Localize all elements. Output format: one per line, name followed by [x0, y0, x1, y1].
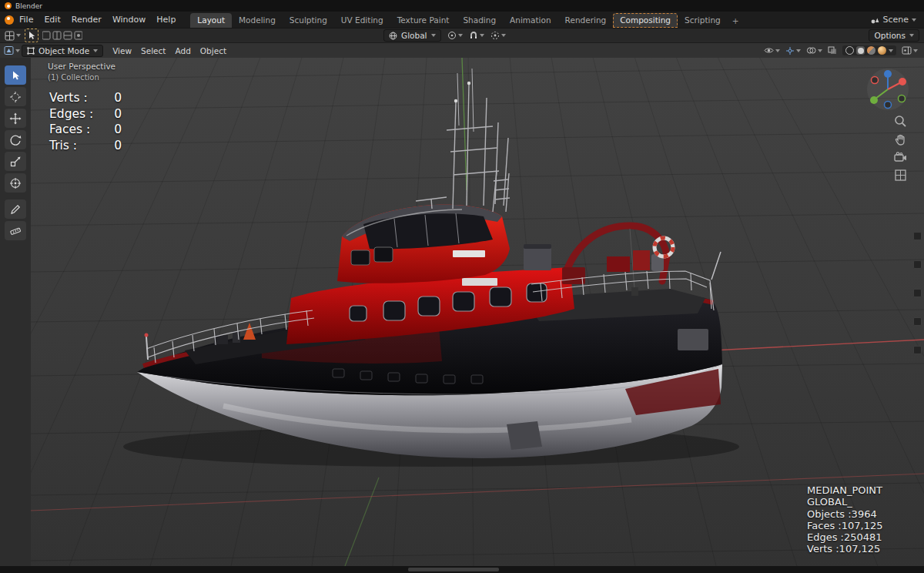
tool-measure-button[interactable]: [5, 221, 26, 240]
stat-tris: Tris :0: [49, 138, 122, 154]
right-rail-icon[interactable]: [913, 260, 922, 269]
menu-help[interactable]: Help: [151, 13, 181, 26]
shading-options-chevron[interactable]: [889, 49, 893, 52]
gizmo-icon: [785, 46, 795, 55]
chevron-down-icon: [16, 34, 21, 37]
toolbar: [0, 58, 31, 566]
tab-shading[interactable]: Shading: [456, 13, 503, 28]
pan-button[interactable]: [894, 133, 907, 146]
tab-compositing[interactable]: Compositing: [613, 13, 678, 28]
shading-solid-icon[interactable]: [856, 46, 865, 55]
view-toggle-group[interactable]: [42, 31, 82, 40]
tab-uv-editing[interactable]: UV Editing: [334, 13, 390, 28]
orientation-label: Global: [401, 31, 427, 40]
workspace-tabs: Layout Modeling Sculpting UV Editing Tex…: [190, 12, 743, 28]
chevron-down-icon: [909, 34, 914, 37]
tab-sculpting[interactable]: Sculpting: [283, 13, 334, 28]
viewport-header: Object Mode View Select Add Object: [0, 42, 924, 58]
viewport-3d[interactable]: User Perspective (1) Collection Verts :0…: [31, 58, 924, 566]
scene-selector[interactable]: Scene: [870, 15, 919, 25]
menu-file[interactable]: File: [14, 13, 38, 26]
collection-label: (1) Collection: [48, 73, 99, 82]
tool-tweak-button[interactable]: [5, 65, 26, 85]
verts-count: Verts :107,125: [807, 543, 882, 555]
overlays-icon: [806, 46, 816, 55]
transform-icon: [9, 177, 22, 189]
chevron-down-icon: [913, 49, 918, 52]
add-workspace-button[interactable]: +: [728, 14, 744, 28]
shading-wireframe-icon[interactable]: [845, 46, 854, 55]
right-rail-icon[interactable]: [913, 232, 922, 240]
menu-view[interactable]: View: [108, 45, 136, 57]
zoom-button[interactable]: [894, 115, 907, 128]
view-perspective-label: User Perspective: [48, 62, 116, 71]
toggle-xray-button[interactable]: [828, 46, 837, 55]
faces-count: Faces :107,125: [807, 520, 882, 531]
axis-gizmo-icon: [865, 67, 910, 112]
sidebar-icon: [902, 46, 912, 55]
navigation-gizmo[interactable]: [865, 67, 910, 112]
camera-view-button[interactable]: [894, 152, 907, 163]
chevron-down-icon: [15, 49, 20, 52]
boat-model[interactable]: [123, 69, 739, 467]
measure-ruler-icon: [9, 225, 22, 237]
show-gizmos-dropdown[interactable]: [785, 46, 801, 55]
right-rail-icon[interactable]: [913, 346, 922, 354]
tool-scale-button[interactable]: [5, 152, 26, 171]
tool-rotate-button[interactable]: [5, 130, 26, 149]
proportional-editing-dropdown[interactable]: [490, 31, 506, 40]
tab-texture-paint[interactable]: Texture Paint: [390, 13, 457, 28]
tab-rendering[interactable]: Rendering: [558, 13, 614, 28]
tab-animation[interactable]: Animation: [503, 13, 558, 28]
menu-object[interactable]: Object: [196, 45, 231, 57]
active-tool-icon[interactable]: [25, 29, 38, 42]
status-bar: [0, 566, 924, 573]
tool-annotate-button[interactable]: [5, 199, 26, 219]
main-area: User Perspective (1) Collection Verts :0…: [0, 58, 924, 566]
scene-canvas: [31, 58, 924, 566]
menu-select[interactable]: Select: [136, 45, 170, 57]
tab-scripting[interactable]: Scripting: [678, 13, 728, 28]
viewport-editor-icon: [4, 45, 14, 55]
shading-rendered-icon[interactable]: [878, 46, 886, 55]
pivot-point-dropdown[interactable]: [447, 31, 463, 40]
options-dropdown[interactable]: Options: [869, 29, 919, 42]
snapping-toggle[interactable]: [469, 31, 484, 40]
tool-cursor-button[interactable]: [5, 87, 26, 106]
tool-move-button[interactable]: [5, 109, 26, 128]
chevron-down-icon: [775, 49, 780, 52]
object-visibility-dropdown[interactable]: [764, 46, 780, 55]
show-overlays-dropdown[interactable]: [806, 46, 822, 55]
toggle-ortho-button[interactable]: [894, 169, 907, 182]
transform-orientation-dropdown[interactable]: Global: [383, 29, 441, 42]
annotate-pencil-icon: [9, 203, 22, 216]
editor-type-dropdown[interactable]: [5, 31, 21, 41]
visibility-icon: [764, 46, 774, 55]
chevron-down-icon: [458, 34, 463, 37]
blender-logo-icon[interactable]: [5, 15, 14, 25]
editor-type-selector[interactable]: [4, 45, 20, 55]
chevron-down-icon: [501, 34, 506, 37]
scene-icon: [870, 15, 879, 25]
tab-layout[interactable]: Layout: [190, 13, 232, 28]
menu-window[interactable]: Window: [107, 13, 151, 26]
right-rail-icon[interactable]: [913, 289, 922, 297]
right-rail-icon[interactable]: [913, 317, 922, 326]
viewport-settings-dropdown[interactable]: [902, 46, 918, 55]
magnet-icon: [469, 31, 478, 40]
menu-render[interactable]: Render: [66, 13, 107, 26]
perspective-grid-icon: [894, 169, 907, 182]
shading-mode-group: [842, 45, 896, 55]
object-mode-icon: [27, 47, 35, 55]
menu-add[interactable]: Add: [170, 45, 195, 57]
tab-modeling[interactable]: Modeling: [232, 13, 283, 28]
tool-transform-button[interactable]: [5, 173, 26, 193]
camera-icon: [894, 152, 907, 163]
cursor-3d-icon: [9, 91, 22, 103]
shading-material-icon[interactable]: [867, 46, 875, 55]
mode-dropdown[interactable]: Object Mode: [22, 45, 103, 57]
timeline-handle[interactable]: [408, 568, 499, 571]
objects-count: Objects :3964: [807, 508, 882, 520]
menu-edit[interactable]: Edit: [38, 13, 65, 26]
scale-icon: [9, 156, 22, 168]
